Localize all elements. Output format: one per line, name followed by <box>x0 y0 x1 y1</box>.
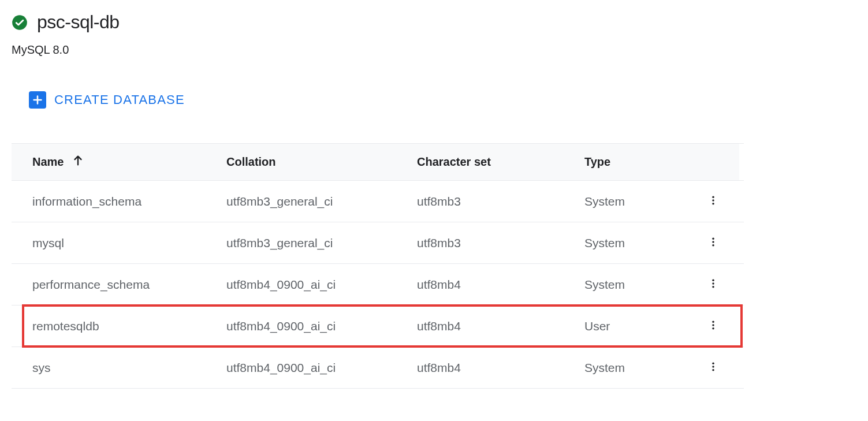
cell-name: remotesqldb <box>12 305 208 347</box>
cell-charset: utf8mb3 <box>398 181 566 222</box>
status-ok-icon <box>12 14 28 31</box>
table-row: performance_schemautf8mb4_0900_ai_ciutf8… <box>12 264 744 305</box>
more-vert-icon <box>707 278 719 291</box>
svg-point-1 <box>712 196 714 198</box>
column-header-name[interactable]: Name <box>32 154 84 170</box>
row-actions-button[interactable] <box>704 233 722 253</box>
cell-type: System <box>566 181 699 222</box>
column-header-charset[interactable]: Character set <box>417 155 491 168</box>
svg-point-6 <box>712 244 714 247</box>
more-vert-icon <box>707 319 719 333</box>
row-actions-button[interactable] <box>704 191 722 211</box>
cell-charset: utf8mb4 <box>398 347 566 389</box>
svg-point-3 <box>712 203 714 205</box>
svg-point-10 <box>712 321 714 323</box>
cell-type: System <box>566 347 699 389</box>
table-row: remotesqldbutf8mb4_0900_ai_ciutf8mb4User <box>12 305 744 347</box>
row-actions-button[interactable] <box>704 316 722 336</box>
cell-charset: utf8mb4 <box>398 305 566 347</box>
cell-collation: utf8mb3_general_ci <box>208 222 398 264</box>
table-header-row: Name Collation Character set Type <box>12 144 744 181</box>
cell-type: User <box>566 305 699 347</box>
create-database-label: CREATE DATABASE <box>54 92 185 107</box>
cell-type: System <box>566 222 699 264</box>
table-row: mysqlutf8mb3_general_ciutf8mb3System <box>12 222 744 264</box>
svg-point-8 <box>712 282 714 285</box>
cell-charset: utf8mb4 <box>398 264 566 305</box>
create-database-button[interactable]: CREATE DATABASE <box>29 91 185 109</box>
cell-type: System <box>566 264 699 305</box>
cell-collation: utf8mb4_0900_ai_ci <box>208 305 398 347</box>
table-row: sysutf8mb4_0900_ai_ciutf8mb4System <box>12 347 744 389</box>
databases-table: Name Collation Character set Type inform… <box>12 143 744 389</box>
instance-subtitle: MySQL 8.0 <box>12 43 856 57</box>
svg-point-11 <box>712 324 714 326</box>
svg-point-15 <box>712 369 714 371</box>
cell-name: mysql <box>12 222 208 264</box>
cell-name: information_schema <box>12 181 208 222</box>
cell-collation: utf8mb3_general_ci <box>208 181 398 222</box>
cell-name: sys <box>12 347 208 389</box>
sort-asc-icon <box>72 154 84 170</box>
column-header-name-label: Name <box>32 155 64 169</box>
row-actions-button[interactable] <box>704 274 722 295</box>
cell-collation: utf8mb4_0900_ai_ci <box>208 264 398 305</box>
cell-charset: utf8mb3 <box>398 222 566 264</box>
page-header: psc-sql-db <box>12 12 856 33</box>
svg-point-12 <box>712 327 714 330</box>
svg-point-14 <box>712 366 714 368</box>
table-row: information_schemautf8mb3_general_ciutf8… <box>12 181 744 222</box>
cell-name: performance_schema <box>12 264 208 305</box>
more-vert-icon <box>707 236 719 249</box>
more-vert-icon <box>707 361 719 374</box>
column-header-collation[interactable]: Collation <box>226 155 276 168</box>
row-actions-button[interactable] <box>704 357 722 378</box>
column-header-type[interactable]: Type <box>584 155 610 168</box>
svg-point-2 <box>712 199 714 202</box>
svg-point-9 <box>712 286 714 288</box>
svg-point-5 <box>712 241 714 243</box>
plus-icon <box>29 91 46 109</box>
cell-collation: utf8mb4_0900_ai_ci <box>208 347 398 389</box>
svg-point-0 <box>12 15 27 30</box>
svg-point-7 <box>712 279 714 281</box>
svg-point-4 <box>712 237 714 240</box>
more-vert-icon <box>707 195 719 208</box>
instance-title: psc-sql-db <box>37 12 120 33</box>
svg-point-13 <box>712 362 714 364</box>
